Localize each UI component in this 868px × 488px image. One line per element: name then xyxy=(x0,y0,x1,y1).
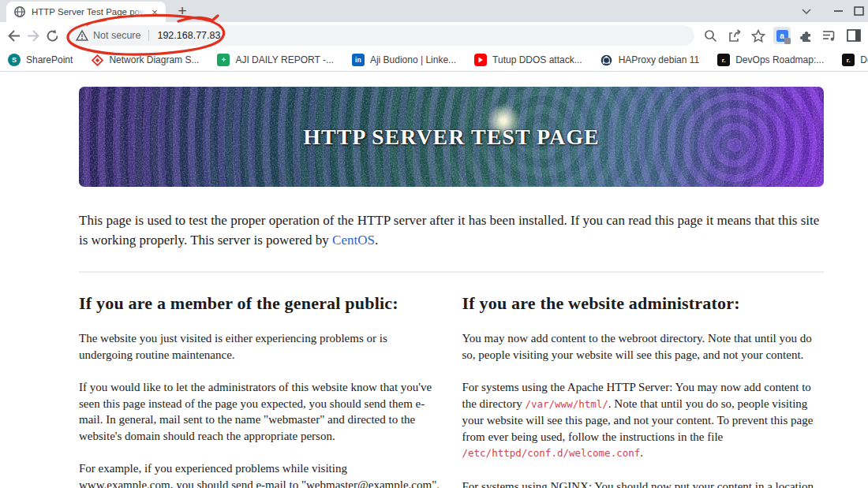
extensions-puzzle-icon[interactable] xyxy=(798,28,814,44)
tab-close-icon[interactable]: × xyxy=(148,6,161,18)
webpage-content: HTTP SERVER TEST PAGE This page is used … xyxy=(0,87,868,488)
browser-tab[interactable]: HTTP Server Test Page powered × xyxy=(6,2,166,22)
bookmark-star-icon[interactable] xyxy=(750,28,766,44)
general-public-heading: If you are a member of the general publi… xyxy=(79,293,442,314)
translate-icon[interactable]: a xyxy=(773,27,791,44)
forward-icon[interactable] xyxy=(26,25,41,46)
welcome-conf-code: /etc/httpd/conf.d/welcome.conf xyxy=(462,447,641,459)
search-icon[interactable] xyxy=(702,28,719,44)
omnibox-divider xyxy=(148,30,149,41)
administrator-column: If you are the website administrator: Yo… xyxy=(462,273,825,488)
bookmarks-bar: S SharePoint Network Diagram S... + AJI … xyxy=(0,49,868,72)
minimize-button[interactable] xyxy=(822,0,854,22)
intro-paragraph: This page is used to test the proper ope… xyxy=(79,210,822,250)
diagram-icon xyxy=(91,54,103,66)
two-column-section: If you are a member of the general publi… xyxy=(79,273,825,488)
new-tab-button[interactable]: + xyxy=(172,2,193,22)
banner-title: HTTP SERVER TEST PAGE xyxy=(79,87,824,187)
bookmark-devops-roadmap[interactable]: r. DevOps Roadmap:... xyxy=(717,54,824,66)
address-bar[interactable]: Not secure 192.168.77.83 xyxy=(66,25,694,46)
bookmark-daily-report[interactable]: + AJI DAILY REPORT -... xyxy=(217,54,333,66)
test-page-banner: HTTP SERVER TEST PAGE xyxy=(79,87,824,187)
youtube-icon xyxy=(474,54,487,66)
globe-favicon-icon xyxy=(13,6,26,18)
paragraph: If you would like to let the administrat… xyxy=(79,379,442,444)
side-panel-icon[interactable] xyxy=(845,28,862,44)
bookmark-sharepoint[interactable]: S SharePoint xyxy=(8,54,73,66)
general-public-column: If you are a member of the general publi… xyxy=(79,273,442,488)
maximize-button[interactable] xyxy=(854,0,868,22)
paragraph: You may now add content to the webroot d… xyxy=(462,330,825,363)
tab-search-chevron-icon[interactable] xyxy=(791,0,822,22)
paragraph: For example, if you experienced problems… xyxy=(79,460,442,488)
roadmap-icon: r. xyxy=(842,54,855,66)
haproxy-icon xyxy=(600,54,613,66)
reload-icon[interactable] xyxy=(45,25,60,46)
not-secure-warning-icon xyxy=(76,30,88,41)
paragraph: For systems using NGINX: You should now … xyxy=(462,479,825,488)
sharepoint-icon: S xyxy=(8,54,21,66)
share-icon[interactable] xyxy=(726,28,743,44)
paragraph: For systems using the Apache HTTP Server… xyxy=(462,379,825,462)
tab-strip: HTTP Server Test Page powered × + xyxy=(0,0,868,22)
linkedin-icon: in xyxy=(352,54,365,66)
browser-toolbar: Not secure 192.168.77.83 a xyxy=(0,22,868,49)
window-controls xyxy=(791,0,868,22)
bookmark-linkedin[interactable]: in Aji Budiono | Linke... xyxy=(352,54,456,66)
url-text[interactable]: 192.168.77.83 xyxy=(157,30,220,41)
media-controls-icon[interactable] xyxy=(821,28,838,44)
apache-path-code: /var/www/html/ xyxy=(525,398,608,410)
bookmark-haproxy[interactable]: HAProxy debian 11 xyxy=(600,54,700,66)
security-label[interactable]: Not secure xyxy=(93,30,140,41)
centos-link[interactable]: CentOS xyxy=(332,233,375,248)
paragraph: The website you just visited is either e… xyxy=(79,330,442,363)
sheets-icon: + xyxy=(217,54,230,66)
bookmark-docker-roadmap[interactable]: r. Docker Roadmap -... xyxy=(842,54,868,66)
tab-title: HTTP Server Test Page powered xyxy=(32,7,145,17)
toolbar-icons: a xyxy=(702,27,862,44)
back-icon[interactable] xyxy=(6,25,21,46)
administrator-heading: If you are the website administrator: xyxy=(462,293,825,314)
roadmap-icon: r. xyxy=(717,54,730,66)
bookmark-youtube[interactable]: Tutup DDOS attack... xyxy=(474,54,582,66)
bookmark-network-diagram[interactable]: Network Diagram S... xyxy=(91,54,199,66)
